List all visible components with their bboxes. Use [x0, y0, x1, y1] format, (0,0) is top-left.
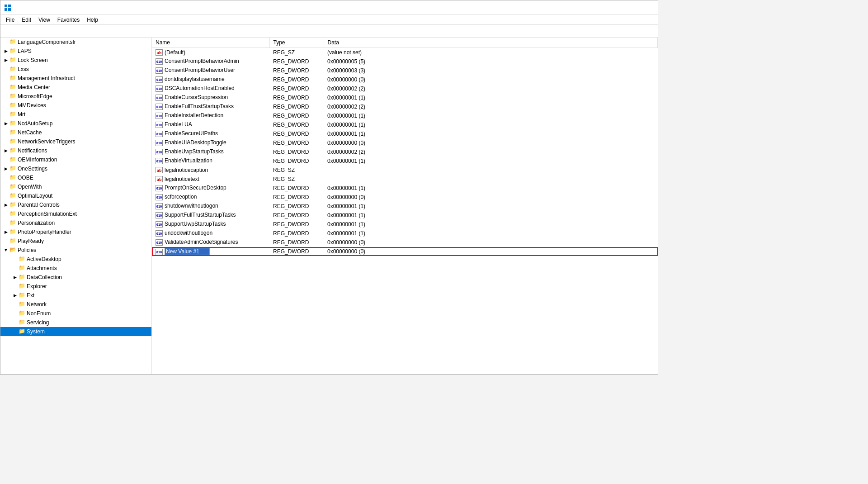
value-data: 0x00000001 (1): [324, 211, 658, 220]
folder-icon: 📁: [9, 111, 17, 118]
tree-item-label: DataCollection: [27, 274, 62, 280]
value-data: 0x00000001 (1): [324, 229, 658, 238]
tree-item[interactable]: 📁ActiveDesktop: [0, 255, 151, 264]
table-row[interactable]: 010ConsentPromptBehaviorUserREG_DWORD0x0…: [152, 66, 658, 75]
tree-item-label: Lock Screen: [18, 57, 48, 63]
tree-item[interactable]: 📁OpenWith: [0, 182, 151, 191]
table-row[interactable]: 010dontdisplaylastusernameREG_DWORD0x000…: [152, 75, 658, 84]
table-row[interactable]: 010PromptOnSecureDesktopREG_DWORD0x00000…: [152, 184, 658, 193]
table-row[interactable]: 010SupportFullTrustStartupTasksREG_DWORD…: [152, 211, 658, 220]
table-row[interactable]: 010EnableInstallerDetectionREG_DWORD0x00…: [152, 111, 658, 120]
tree-item[interactable]: ▶📁Parental Controls: [0, 200, 151, 209]
tree-item[interactable]: ▼📂Policies: [0, 246, 151, 255]
tree-item[interactable]: 📁PlayReady: [0, 237, 151, 246]
tree-item-label: OptimalLayout: [18, 193, 52, 199]
table-row[interactable]: ablegalnoticecaptionREG_SZ: [152, 166, 658, 175]
value-type: REG_DWORD: [269, 211, 324, 220]
tree-item[interactable]: 📁NonEnum: [0, 309, 151, 318]
expand-icon: ▶: [2, 228, 9, 236]
minimize-button[interactable]: [592, 0, 613, 15]
expand-icon: [11, 319, 19, 326]
table-row[interactable]: 010ConsentPromptBehaviorAdminREG_DWORD0x…: [152, 57, 658, 66]
table-row[interactable]: 010EnableCursorSuppressionREG_DWORD0x000…: [152, 93, 658, 102]
table-row[interactable]: 010shutdownwithoutlogonREG_DWORD0x000000…: [152, 202, 658, 211]
value-panel[interactable]: Name Type Data ab(Default)REG_SZ(value n…: [152, 38, 658, 374]
tree-item[interactable]: 📁PerceptionSimulationExt: [0, 209, 151, 218]
table-row[interactable]: 010EnableFullTrustStartupTasksREG_DWORD0…: [152, 102, 658, 111]
menu-file[interactable]: File: [2, 16, 18, 24]
tree-item[interactable]: 📁System: [0, 327, 151, 336]
table-row[interactable]: ab(Default)REG_SZ(value not set): [152, 48, 658, 57]
folder-icon: 📁: [9, 102, 17, 109]
tree-item[interactable]: 📁Media Center: [0, 83, 151, 92]
tree-item[interactable]: ▶📁PhotoPropertyHandler: [0, 228, 151, 237]
tree-item[interactable]: 📁OptimalLayout: [0, 191, 151, 200]
value-name: ab(Default): [152, 48, 269, 57]
menu-view[interactable]: View: [35, 16, 54, 24]
value-data: 0x00000001 (1): [324, 202, 658, 211]
table-row[interactable]: 010undockwithoutlogonREG_DWORD0x00000001…: [152, 229, 658, 238]
tree-item[interactable]: 📁NetworkServiceTriggers: [0, 137, 151, 146]
value-type: REG_DWORD: [269, 66, 324, 75]
table-row[interactable]: 010EnableUIADesktopToggleREG_DWORD0x0000…: [152, 138, 658, 147]
tree-item[interactable]: 📁Mrt: [0, 110, 151, 119]
menu-favorites[interactable]: Favorites: [54, 16, 83, 24]
folder-icon: 📁: [9, 93, 17, 100]
tree-item[interactable]: 📁OOBE: [0, 173, 151, 182]
new-value-input[interactable]: [165, 248, 210, 255]
tree-item[interactable]: ▶📁Ext: [0, 291, 151, 300]
tree-item[interactable]: 📁MicrosoftEdge: [0, 92, 151, 101]
new-value-row[interactable]: 010REG_DWORD0x00000000 (0): [152, 247, 658, 256]
tree-item[interactable]: ▶📁Notifications: [0, 146, 151, 155]
maximize-button[interactable]: [613, 0, 633, 15]
table-row[interactable]: 010ValidateAdminCodeSignaturesREG_DWORD0…: [152, 238, 658, 247]
value-data: 0x00000003 (3): [324, 66, 658, 75]
value-name: 010EnableInstallerDetection: [152, 111, 269, 120]
table-row[interactable]: 010EnableSecureUIPathsREG_DWORD0x0000000…: [152, 129, 658, 138]
table-row[interactable]: 010scforceoptionREG_DWORD0x00000000 (0): [152, 193, 658, 202]
tree-item[interactable]: ▶📁NcdAutoSetup: [0, 119, 151, 128]
value-data: 0x00000002 (2): [324, 84, 658, 93]
folder-icon: 📁: [9, 75, 17, 82]
tree-item[interactable]: 📁MMDevices: [0, 101, 151, 110]
folder-icon: 📁: [9, 192, 17, 199]
tree-item[interactable]: 📁Explorer: [0, 282, 151, 291]
tree-item[interactable]: 📁Management Infrastruct: [0, 74, 151, 83]
table-row[interactable]: 010EnableUwpStartupTasksREG_DWORD0x00000…: [152, 147, 658, 157]
value-name: 010PromptOnSecureDesktop: [152, 184, 269, 193]
tree-item[interactable]: 📁Attachments: [0, 264, 151, 273]
close-button[interactable]: [633, 0, 654, 15]
tree-item[interactable]: 📁LanguageComponentsIr: [0, 38, 151, 47]
tree-item[interactable]: 📁NetCache: [0, 128, 151, 137]
table-row[interactable]: 010EnableLUAREG_DWORD0x00000001 (1): [152, 120, 658, 129]
tree-item[interactable]: ▶📁Lock Screen: [0, 56, 151, 65]
tree-item[interactable]: 📁OEMInformation: [0, 155, 151, 164]
folder-icon: 📁: [19, 310, 26, 317]
value-type: REG_SZ: [269, 166, 324, 175]
table-row[interactable]: ablegalnoticetextREG_SZ: [152, 175, 658, 184]
tree-item[interactable]: ▶📁LAPS: [0, 47, 151, 56]
expand-icon: ▶: [2, 57, 9, 64]
folder-icon: 📁: [19, 256, 26, 263]
folder-icon: 📁: [9, 66, 17, 73]
folder-icon: 📁: [9, 165, 17, 172]
expand-icon: ▶: [11, 274, 19, 281]
table-row[interactable]: 010DSCAutomationHostEnabledREG_DWORD0x00…: [152, 84, 658, 93]
table-row[interactable]: 010SupportUwpStartupTasksREG_DWORD0x0000…: [152, 220, 658, 229]
menu-help[interactable]: Help: [83, 16, 102, 24]
tree-panel[interactable]: 📁LanguageComponentsIr▶📁LAPS▶📁Lock Screen…: [0, 38, 152, 374]
folder-icon: 📁: [19, 265, 26, 272]
tree-item[interactable]: 📁Personalization: [0, 218, 151, 228]
expand-icon: ▶: [2, 47, 9, 55]
tree-item[interactable]: ▶📁DataCollection: [0, 273, 151, 282]
values-table: Name Type Data ab(Default)REG_SZ(value n…: [152, 38, 658, 256]
tree-item-label: Network: [27, 301, 47, 308]
col-header-name: Name: [152, 38, 269, 48]
menu-edit[interactable]: Edit: [18, 16, 35, 24]
tree-item[interactable]: 📁Network: [0, 300, 151, 309]
tree-item[interactable]: 📁Lxss: [0, 65, 151, 74]
tree-item[interactable]: ▶📁OneSettings: [0, 164, 151, 173]
table-row[interactable]: 010EnableVirtualizationREG_DWORD0x000000…: [152, 157, 658, 166]
value-name: 010shutdownwithoutlogon: [152, 202, 269, 211]
tree-item[interactable]: 📁Servicing: [0, 318, 151, 327]
